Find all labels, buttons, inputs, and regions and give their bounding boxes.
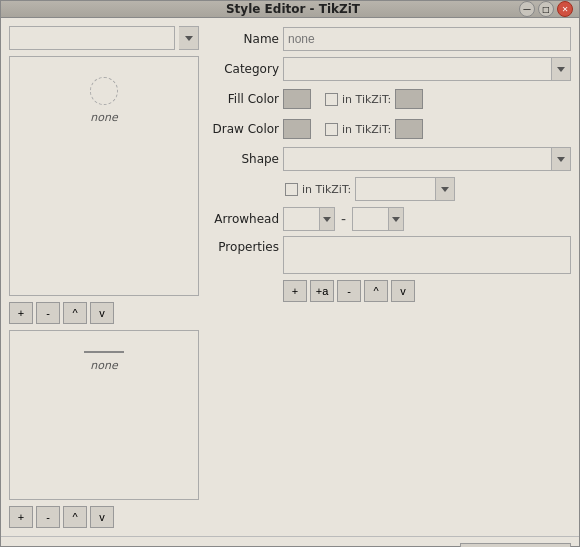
node-buttons: + - ^ v xyxy=(9,302,199,324)
bottom-bar: Save and Close xyxy=(1,536,579,547)
arrowhead-left-select xyxy=(283,207,335,231)
shape-in-tikzit-checkbox[interactable] xyxy=(285,183,298,196)
arrowhead-label: Arrowhead xyxy=(207,212,279,226)
window-title: Style Editor - TikZiT xyxy=(67,2,519,16)
in-tikzit-dropdown-arrow[interactable] xyxy=(435,177,455,201)
dropdown-arrow-icon[interactable] xyxy=(179,26,199,50)
name-label: Name xyxy=(207,32,279,46)
chevron-down-icon xyxy=(557,67,565,72)
edge-up-button[interactable]: ^ xyxy=(63,506,87,528)
edge-preview-box: none xyxy=(9,330,199,500)
fill-tikzit-color-swatch[interactable] xyxy=(395,89,423,109)
edge-down-button[interactable]: v xyxy=(90,506,114,528)
arrowhead-dash: - xyxy=(341,211,346,227)
fill-color-swatch[interactable] xyxy=(283,89,311,109)
category-input[interactable] xyxy=(283,57,551,81)
arrowhead-right-select xyxy=(352,207,404,231)
draw-in-tikzit-group: in TikZiT: xyxy=(325,119,423,139)
props-add-button[interactable]: + xyxy=(283,280,307,302)
properties-row: Properties + +a - ^ v xyxy=(207,236,571,528)
category-label: Category xyxy=(207,62,279,76)
edge-buttons: + - ^ v xyxy=(9,506,199,528)
draw-in-tikzit-checkbox[interactable] xyxy=(325,123,338,136)
left-panel: none + - ^ v none + - ^ v xyxy=(9,26,199,528)
node-up-button[interactable]: ^ xyxy=(63,302,87,324)
node-preview-box: none xyxy=(9,56,199,296)
edge-add-button[interactable]: + xyxy=(9,506,33,528)
category-row: Category xyxy=(207,56,571,82)
props-up-button[interactable]: ^ xyxy=(364,280,388,302)
in-tikzit-select-group xyxy=(355,177,455,201)
fill-in-tikzit-group: in TikZiT: xyxy=(325,89,423,109)
titlebar-buttons: — □ ✕ xyxy=(519,1,573,17)
fill-color-row: Fill Color in TikZiT: xyxy=(207,86,571,112)
fill-color-label: Fill Color xyxy=(207,92,279,106)
properties-area: + +a - ^ v xyxy=(283,236,571,302)
node-down-button[interactable]: v xyxy=(90,302,114,324)
draw-color-row: Draw Color in TikZiT: xyxy=(207,116,571,142)
category-input-group xyxy=(283,57,571,81)
draw-color-swatch[interactable] xyxy=(283,119,311,139)
fill-in-tikzit-checkbox[interactable] xyxy=(325,93,338,106)
chevron-down-icon xyxy=(185,36,193,41)
maximize-button[interactable]: □ xyxy=(538,1,554,17)
shape-select[interactable] xyxy=(283,147,551,171)
minimize-button[interactable]: — xyxy=(519,1,535,17)
titlebar: Style Editor - TikZiT — □ ✕ xyxy=(1,1,579,18)
shape-dropdown-arrow[interactable] xyxy=(551,147,571,171)
shape-select-group xyxy=(283,147,571,171)
props-down-button[interactable]: v xyxy=(391,280,415,302)
props-add-a-button[interactable]: +a xyxy=(310,280,334,302)
arrowhead-controls: - xyxy=(283,207,404,231)
edge-remove-button[interactable]: - xyxy=(36,506,60,528)
arrowhead-row: Arrowhead - xyxy=(207,206,571,232)
arrowhead-right-arrow[interactable] xyxy=(388,207,404,231)
style-dropdown[interactable] xyxy=(9,26,175,50)
category-dropdown-arrow[interactable] xyxy=(551,57,571,81)
node-add-button[interactable]: + xyxy=(9,302,33,324)
maximize-icon: □ xyxy=(542,5,550,14)
chevron-down-icon xyxy=(557,157,565,162)
node-circle-preview xyxy=(90,77,118,105)
in-tikzit-shape-row: in TikZiT: xyxy=(285,176,571,202)
edge-line-preview xyxy=(84,351,124,353)
close-icon: ✕ xyxy=(562,5,569,14)
close-button[interactable]: ✕ xyxy=(557,1,573,17)
draw-in-tikzit-label: in TikZiT: xyxy=(342,123,391,136)
edge-preview-label: none xyxy=(90,359,117,372)
in-tikzit-shape-input[interactable] xyxy=(355,177,435,201)
shape-row: Shape xyxy=(207,146,571,172)
chevron-down-icon xyxy=(441,187,449,192)
right-panel: Name Category Fill Color in xyxy=(207,26,571,528)
main-window: Style Editor - TikZiT — □ ✕ xyxy=(0,0,580,547)
properties-label: Properties xyxy=(207,236,279,254)
name-row: Name xyxy=(207,26,571,52)
content-area: none + - ^ v none + - ^ v xyxy=(1,18,579,536)
minimize-icon: — xyxy=(523,5,531,14)
save-close-button[interactable]: Save and Close xyxy=(460,543,571,547)
properties-textarea[interactable] xyxy=(283,236,571,274)
fill-in-tikzit-label: in TikZiT: xyxy=(342,93,391,106)
node-remove-button[interactable]: - xyxy=(36,302,60,324)
name-input[interactable] xyxy=(283,27,571,51)
arrowhead-left-input[interactable] xyxy=(283,207,319,231)
draw-tikzit-color-swatch[interactable] xyxy=(395,119,423,139)
shape-in-tikzit-label: in TikZiT: xyxy=(302,183,351,196)
draw-color-label: Draw Color xyxy=(207,122,279,136)
chevron-down-icon xyxy=(323,217,331,222)
arrowhead-right-input[interactable] xyxy=(352,207,388,231)
chevron-down-icon xyxy=(392,217,400,222)
arrowhead-left-arrow[interactable] xyxy=(319,207,335,231)
properties-buttons: + +a - ^ v xyxy=(283,280,571,302)
node-preview-label: none xyxy=(90,111,117,124)
props-remove-button[interactable]: - xyxy=(337,280,361,302)
style-dropdown-row xyxy=(9,26,199,50)
shape-label: Shape xyxy=(207,152,279,166)
